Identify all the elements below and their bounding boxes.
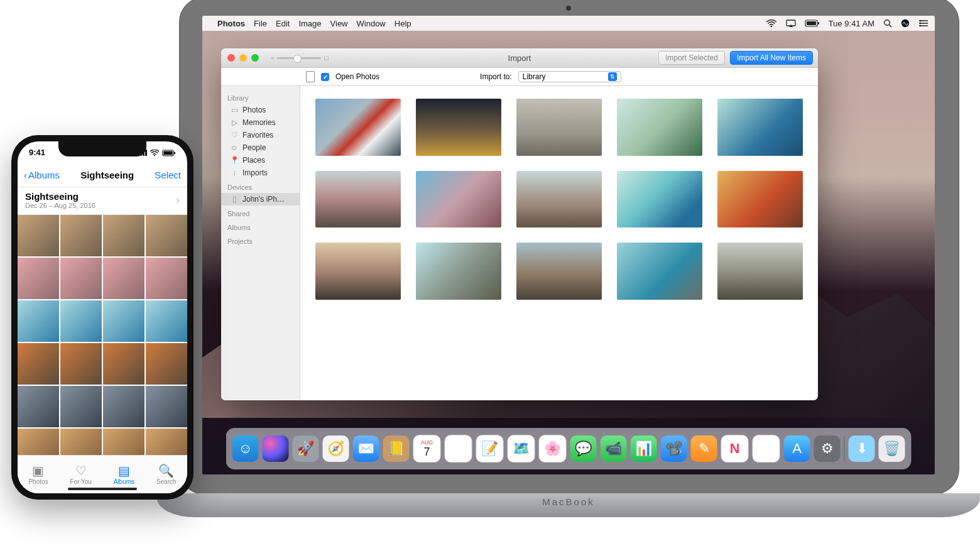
tab-albums[interactable]: ▤Albums xyxy=(114,464,134,485)
dock-itunes-icon[interactable]: ♪ xyxy=(753,435,780,463)
thumbnail[interactable] xyxy=(516,171,602,228)
dock-contacts-icon[interactable]: 📒 xyxy=(383,435,410,462)
device-icon xyxy=(306,71,315,82)
menu-window[interactable]: Window xyxy=(357,19,386,28)
thumbnail[interactable] xyxy=(60,258,102,299)
tab-search[interactable]: 🔍Search xyxy=(156,464,177,485)
thumbnail[interactable] xyxy=(617,243,702,300)
thumbnail[interactable] xyxy=(146,258,187,299)
thumbnail[interactable] xyxy=(103,258,144,299)
thumbnail[interactable] xyxy=(103,300,144,342)
dock-maps-icon[interactable]: 🗺️ xyxy=(508,435,535,463)
battery-icon[interactable] xyxy=(805,19,820,27)
close-button[interactable] xyxy=(227,54,235,62)
dock-finder-icon[interactable]: ☺ xyxy=(232,435,259,462)
import-all-button[interactable]: Import All New Items xyxy=(730,51,813,65)
sidebar-item-device[interactable]: ▯John's iPh… xyxy=(221,193,300,205)
thumbnail[interactable] xyxy=(146,343,187,385)
dock-photos-icon[interactable]: 🌸 xyxy=(539,435,567,463)
dock-notes-icon[interactable]: 📝 xyxy=(476,435,504,463)
sidebar-albums-head[interactable]: Albums xyxy=(221,222,300,233)
thumbnail[interactable] xyxy=(146,300,187,342)
minimize-button[interactable] xyxy=(239,54,247,62)
dock-messages-icon[interactable]: 💬 xyxy=(570,435,597,462)
thumbnail[interactable] xyxy=(416,171,501,228)
menubar-app[interactable]: Photos xyxy=(217,19,245,28)
nav-back-button[interactable]: ‹ Albums xyxy=(24,170,60,180)
sidebar-item-memories[interactable]: ▷Memories xyxy=(221,116,300,129)
home-indicator[interactable] xyxy=(68,488,137,490)
dock-trash-icon[interactable]: 🗑️ xyxy=(879,435,905,462)
thumbnail[interactable] xyxy=(18,300,59,342)
spotlight-icon[interactable] xyxy=(883,19,892,28)
zoom-slider[interactable]: ▫ □ xyxy=(271,54,329,62)
airplay-icon[interactable] xyxy=(786,19,796,28)
dock-launchpad-icon[interactable]: 🚀 xyxy=(293,435,319,462)
thumbnail[interactable] xyxy=(18,343,59,385)
menu-file[interactable]: File xyxy=(254,19,267,28)
thumbnail[interactable] xyxy=(516,243,602,300)
dock-mail-icon[interactable]: ✉️ xyxy=(353,435,379,462)
dock-appstore-icon[interactable]: A xyxy=(784,435,810,462)
menu-help[interactable]: Help xyxy=(395,19,411,28)
thumbnail[interactable] xyxy=(60,300,102,342)
thumbnail[interactable] xyxy=(60,343,102,385)
thumbnail[interactable] xyxy=(516,99,602,156)
thumbnail[interactable] xyxy=(18,386,59,427)
thumbnail[interactable] xyxy=(315,243,401,300)
thumbnail[interactable] xyxy=(146,215,187,256)
thumbnail[interactable] xyxy=(103,215,144,256)
sidebar-projects-head[interactable]: Projects xyxy=(221,236,300,247)
menu-edit[interactable]: Edit xyxy=(276,19,290,28)
thumbnail[interactable] xyxy=(617,99,702,156)
thumbnail[interactable] xyxy=(60,215,102,256)
thumbnail[interactable] xyxy=(416,243,501,300)
fullscreen-button[interactable] xyxy=(251,54,259,62)
nav-select-button[interactable]: Select xyxy=(155,170,181,180)
sidebar-item-imports[interactable]: ↓Imports xyxy=(221,167,300,179)
import-selected-button[interactable]: Import Selected xyxy=(658,51,725,65)
album-header[interactable]: Sightseeing Dec 26 – Aug 25, 2016 › xyxy=(18,187,187,215)
sidebar-item-favorites[interactable]: ♡Favorites xyxy=(221,129,300,141)
thumbnail[interactable] xyxy=(18,258,59,299)
thumbnail[interactable] xyxy=(315,99,401,156)
dock-calendar-icon[interactable]: AUG 7 xyxy=(413,435,441,463)
thumbnail[interactable] xyxy=(315,171,401,228)
dock-numbers-icon[interactable]: 📊 xyxy=(631,435,657,462)
menu-image[interactable]: Image xyxy=(298,19,321,28)
thumbnail[interactable] xyxy=(146,386,187,427)
dock-facetime-icon[interactable]: 📹 xyxy=(601,435,627,462)
dock-pages-icon[interactable]: ✎ xyxy=(691,435,717,462)
menu-view[interactable]: View xyxy=(330,19,348,28)
thumbnail[interactable] xyxy=(617,171,702,228)
dock-keynote-icon[interactable]: 📽️ xyxy=(661,435,687,462)
tab-photos[interactable]: ▣Photos xyxy=(28,464,48,485)
wifi-icon[interactable] xyxy=(766,19,777,28)
notification-center-icon[interactable] xyxy=(918,19,928,27)
dock-downloads-icon[interactable]: ⬇︎ xyxy=(849,435,875,462)
dock-reminders-icon[interactable]: ☑︎ xyxy=(445,435,472,463)
window-titlebar[interactable]: ▫ □ Import Import Selected Import All Ne… xyxy=(221,48,818,68)
dock-news-icon[interactable]: N xyxy=(721,435,749,463)
thumbnail[interactable] xyxy=(103,343,144,385)
menubar-clock[interactable]: Tue 9:41 AM xyxy=(829,19,874,28)
sidebar-item-people[interactable]: ☺People xyxy=(221,141,300,154)
sidebar-item-photos[interactable]: ▭Photos xyxy=(221,104,300,116)
thumbnail[interactable] xyxy=(18,215,59,256)
thumbnail[interactable] xyxy=(717,243,803,300)
thumbnail[interactable] xyxy=(416,99,501,156)
sidebar-item-places[interactable]: 📍Places xyxy=(221,154,300,167)
thumbnail[interactable] xyxy=(103,386,144,427)
open-photos-checkbox[interactable]: ✓ xyxy=(321,73,329,81)
import-to-select[interactable]: Library ⇅ xyxy=(518,71,621,82)
thumbnail[interactable] xyxy=(717,171,803,228)
photos-sidebar: Library ▭Photos ▷Memories ♡Favorites ☺Pe… xyxy=(221,86,300,400)
thumbnail[interactable] xyxy=(717,99,803,156)
dock-preferences-icon[interactable]: ⚙︎ xyxy=(814,435,841,462)
dock-siri-icon[interactable] xyxy=(263,435,289,462)
sidebar-shared-head[interactable]: Shared xyxy=(221,208,300,219)
siri-icon[interactable] xyxy=(901,19,910,28)
thumbnail[interactable] xyxy=(60,386,102,427)
dock-safari-icon[interactable]: 🧭 xyxy=(323,435,349,462)
tab-for-you[interactable]: ♡For You xyxy=(70,464,91,485)
